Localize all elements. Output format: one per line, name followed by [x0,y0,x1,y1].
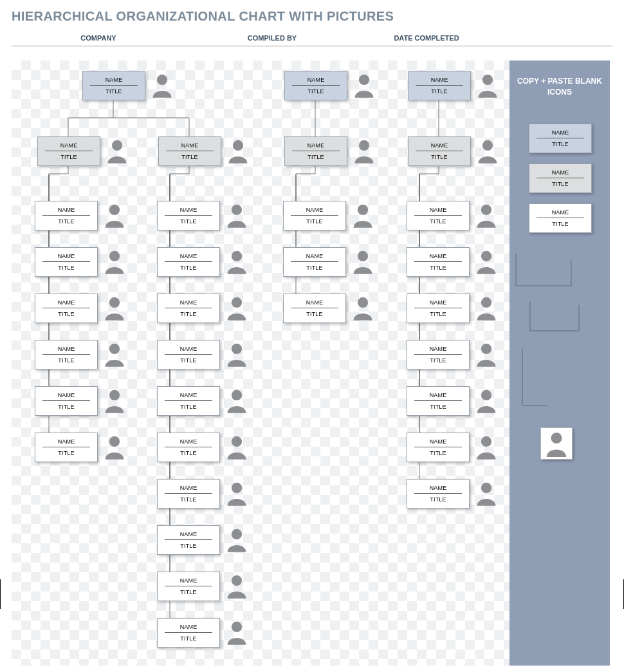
name-field[interactable]: NAME [414,438,463,447]
name-field[interactable]: NAME [165,577,213,586]
name-field[interactable]: NAME [537,169,585,178]
name-field[interactable]: NAME [45,142,93,151]
name-field[interactable]: NAME [416,142,464,151]
employee-card[interactable]: NAMETITLE [157,294,220,323]
title-field[interactable]: TITLE [431,151,447,160]
employee-card[interactable]: NAMETITLE [35,433,98,462]
title-field[interactable]: TITLE [58,401,74,410]
blank-avatar-icon[interactable] [540,427,573,460]
name-field[interactable]: NAME [537,209,585,218]
employee-card[interactable]: NAMETITLE [157,618,220,648]
title-field[interactable]: TITLE [430,216,446,225]
title-field[interactable]: TITLE [180,447,196,456]
title-field[interactable]: TITLE [180,586,196,595]
name-field[interactable]: NAME [165,392,213,401]
title-field[interactable]: TITLE [58,262,74,271]
employee-card[interactable]: NAMETITLE [157,433,220,462]
employee-card[interactable]: NAMETITLE [35,247,98,277]
title-field[interactable]: TITLE [430,308,446,317]
employee-card[interactable]: NAMETITLE [157,386,220,416]
name-field[interactable]: NAME [165,624,213,633]
employee-card[interactable]: NAMETITLE [157,525,220,555]
employee-card[interactable]: NAMETITLE [35,201,98,230]
title-field[interactable]: TITLE [552,138,568,147]
name-field[interactable]: NAME [42,299,91,308]
employee-card[interactable]: NAMETITLE [283,201,346,230]
title-field[interactable]: TITLE [306,262,322,271]
employee-card[interactable]: NAMETITLE [283,294,346,323]
name-field[interactable]: NAME [165,346,213,355]
title-field[interactable]: TITLE [430,355,446,364]
name-field[interactable]: NAME [291,207,339,216]
title-field[interactable]: TITLE [307,151,324,160]
name-field[interactable]: NAME [42,207,91,216]
name-field[interactable]: NAME [42,346,91,355]
name-field[interactable]: NAME [416,77,464,86]
employee-card[interactable]: NAMETITLE [157,340,220,369]
title-field[interactable]: TITLE [180,216,196,225]
title-field[interactable]: TITLE [180,401,196,410]
blank-card-level1[interactable]: NAMETITLE [529,163,591,193]
name-field[interactable]: NAME [165,485,213,494]
employee-card[interactable]: NAMETITLE [407,433,470,462]
employee-card[interactable]: NAMETITLE [407,247,470,277]
employee-card[interactable]: NAMETITLE [407,294,470,323]
title-field[interactable]: TITLE [58,216,74,225]
field-date-completed[interactable]: DATE COMPLETED [359,30,494,46]
employee-card[interactable]: NAMETITLE [157,201,220,230]
name-field[interactable]: NAME [165,207,213,216]
name-field[interactable]: NAME [42,253,91,262]
name-field[interactable]: NAME [291,253,339,262]
manager-card[interactable]: NAMETITLE [37,136,100,166]
name-field[interactable]: NAME [292,142,340,151]
title-field[interactable]: TITLE [430,447,446,456]
title-field[interactable]: TITLE [306,308,322,317]
top-card[interactable]: NAMETITLE [408,71,471,100]
employee-card[interactable]: NAMETITLE [157,247,220,277]
manager-card[interactable]: NAMETITLE [408,136,471,166]
title-field[interactable]: TITLE [60,151,77,160]
employee-card[interactable]: NAMETITLE [35,386,98,416]
name-field[interactable]: NAME [414,207,463,216]
name-field[interactable]: NAME [42,392,91,401]
title-field[interactable]: TITLE [180,494,196,503]
title-field[interactable]: TITLE [180,540,196,549]
name-field[interactable]: NAME [414,299,463,308]
title-field[interactable]: TITLE [306,216,322,225]
name-field[interactable]: NAME [90,77,138,86]
title-field[interactable]: TITLE [430,262,446,271]
name-field[interactable]: NAME [166,142,214,151]
employee-card[interactable]: NAMETITLE [407,340,470,369]
name-field[interactable]: NAME [291,299,339,308]
employee-card[interactable]: NAMETITLE [407,479,470,509]
title-field[interactable]: TITLE [431,86,447,95]
name-field[interactable]: NAME [414,346,463,355]
title-field[interactable]: TITLE [180,262,196,271]
title-field[interactable]: TITLE [106,86,122,95]
title-field[interactable]: TITLE [58,447,74,456]
title-field[interactable]: TITLE [430,401,446,410]
top-card[interactable]: NAMETITLE [284,71,347,100]
title-field[interactable]: TITLE [430,494,446,503]
title-field[interactable]: TITLE [58,308,74,317]
employee-card[interactable]: NAMETITLE [35,340,98,369]
title-field[interactable]: TITLE [180,355,196,364]
field-company[interactable]: COMPANY [12,30,185,46]
name-field[interactable]: NAME [165,531,213,540]
employee-card[interactable]: NAMETITLE [283,247,346,277]
chart-canvas[interactable]: NAMETITLENAMETITLENAMETITLENAMETITLENAME… [12,61,509,666]
title-field[interactable]: TITLE [181,151,197,160]
employee-card[interactable]: NAMETITLE [407,386,470,416]
title-field[interactable]: TITLE [552,178,568,187]
employee-card[interactable]: NAMETITLE [157,572,220,601]
name-field[interactable]: NAME [414,253,463,262]
top-card[interactable]: NAMETITLE [82,71,145,100]
name-field[interactable]: NAME [414,392,463,401]
manager-card[interactable]: NAMETITLE [158,136,221,166]
name-field[interactable]: NAME [165,253,213,262]
field-compiled-by[interactable]: COMPILED BY [185,30,359,46]
title-field[interactable]: TITLE [307,86,324,95]
title-field[interactable]: TITLE [180,308,196,317]
name-field[interactable]: NAME [165,299,213,308]
name-field[interactable]: NAME [42,438,91,447]
